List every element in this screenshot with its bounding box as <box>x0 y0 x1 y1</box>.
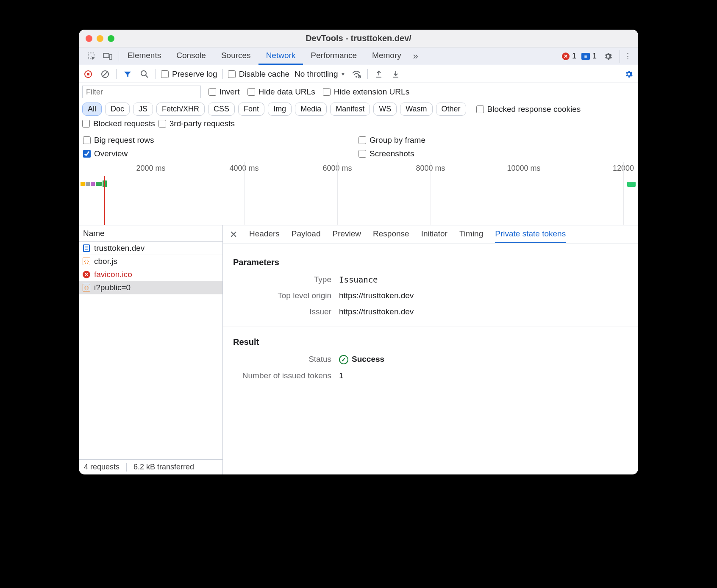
chip-fetchxhr[interactable]: Fetch/XHR <box>156 103 205 116</box>
chevron-down-icon: ▼ <box>340 71 345 77</box>
request-name: i?public=0 <box>94 283 131 292</box>
network-conditions-icon[interactable] <box>350 68 362 80</box>
request-row[interactable]: ✕favicon.ico <box>79 268 222 281</box>
chip-css[interactable]: CSS <box>208 103 235 116</box>
preserve-log-label: Preserve log <box>172 69 217 79</box>
chip-doc[interactable]: Doc <box>105 103 130 116</box>
name-column-header[interactable]: Name <box>79 225 222 242</box>
filter-input[interactable] <box>82 86 201 98</box>
tab-network[interactable]: Network <box>258 47 303 65</box>
settings-icon[interactable] <box>623 68 635 80</box>
screenshots-checkbox[interactable]: Screenshots <box>358 149 634 158</box>
svg-rect-1 <box>103 53 109 58</box>
detail-tab-headers[interactable]: Headers <box>249 226 280 243</box>
tab-sources[interactable]: Sources <box>214 47 258 65</box>
detail-tab-payload[interactable]: Payload <box>292 226 321 243</box>
detail-tab-private-state-tokens[interactable]: Private state tokens <box>495 226 566 243</box>
chip-ws[interactable]: WS <box>373 103 397 116</box>
error-icon: ✕ <box>82 270 91 279</box>
detail-tab-preview[interactable]: Preview <box>333 226 361 243</box>
chip-other[interactable]: Other <box>436 103 466 116</box>
svg-rect-2 <box>109 55 112 59</box>
message-count-badge[interactable]: ≡ 1 <box>581 52 597 61</box>
status-requests: 4 requests <box>84 463 119 472</box>
search-icon[interactable] <box>139 68 150 80</box>
blocked-requests-checkbox[interactable]: Blocked requests <box>82 119 155 128</box>
chip-manifest[interactable]: Manifest <box>330 103 370 116</box>
tab-memory[interactable]: Memory <box>364 47 409 65</box>
request-row[interactable]: { }cbor.js <box>79 255 222 268</box>
device-icon[interactable] <box>102 50 114 62</box>
group-by-frame-checkbox[interactable]: Group by frame <box>358 136 634 145</box>
close-icon[interactable] <box>86 35 92 42</box>
request-row[interactable]: trusttoken.dev <box>79 242 222 255</box>
tab-performance[interactable]: Performance <box>303 47 364 65</box>
chip-all[interactable]: All <box>82 103 102 116</box>
disable-cache-label: Disable cache <box>239 69 289 79</box>
issuer-value: https://trusttoken.dev <box>339 307 414 316</box>
chip-font[interactable]: Font <box>238 103 264 116</box>
type-label: Type <box>233 275 339 284</box>
type-filter-chips: AllDocJSFetch/XHRCSSFontImgMediaManifest… <box>79 101 638 119</box>
svg-line-6 <box>103 72 108 77</box>
filter-bar: Invert Hide data URLs Hide extension URL… <box>79 83 638 101</box>
inspect-icon[interactable] <box>86 50 97 62</box>
detail-tabs: ✕ HeadersPayloadPreviewResponseInitiator… <box>223 225 638 244</box>
upload-icon[interactable] <box>373 68 385 80</box>
tab-console[interactable]: Console <box>169 47 214 65</box>
success-icon <box>339 355 348 364</box>
disable-cache-checkbox[interactable]: Disable cache <box>228 69 289 79</box>
overview-timeline[interactable]: 2000 ms4000 ms6000 ms8000 ms10000 ms1200… <box>79 162 638 225</box>
status-label: Status <box>233 355 339 364</box>
filter-icon[interactable] <box>122 68 133 80</box>
blocked-cookies-checkbox[interactable]: Blocked response cookies <box>476 105 581 114</box>
traffic-lights <box>86 35 114 42</box>
origin-value: https://trusttoken.dev <box>339 291 414 300</box>
minimize-icon[interactable] <box>97 35 103 42</box>
tab-elements[interactable]: Elements <box>120 47 169 65</box>
download-icon[interactable] <box>390 68 402 80</box>
result-heading: Result <box>233 337 628 347</box>
titlebar: DevTools - trusttoken.dev/ <box>79 30 638 47</box>
chip-media[interactable]: Media <box>295 103 327 116</box>
error-count: 1 <box>572 52 576 61</box>
overview-checkbox[interactable]: Overview <box>83 149 358 158</box>
invert-checkbox[interactable]: Invert <box>208 87 240 97</box>
record-icon[interactable] <box>82 68 94 80</box>
detail-tab-initiator[interactable]: Initiator <box>421 226 447 243</box>
error-count-badge[interactable]: ✕ 1 <box>562 52 576 61</box>
type-value: Issuance <box>339 275 378 284</box>
request-row[interactable]: { }i?public=0 <box>79 281 222 294</box>
detail-tab-timing[interactable]: Timing <box>459 226 483 243</box>
clear-icon[interactable] <box>99 68 111 80</box>
timeline-marker <box>627 182 636 187</box>
main-tabbar: ElementsConsoleSourcesNetworkPerformance… <box>79 47 638 65</box>
hide-data-urls-checkbox[interactable]: Hide data URLs <box>247 87 315 97</box>
third-party-checkbox[interactable]: 3rd-party requests <box>158 119 235 128</box>
tokens-value: 1 <box>339 371 344 380</box>
more-tabs-icon[interactable]: » <box>410 50 422 62</box>
status-bar: 4 requests 6.2 kB transferred <box>79 459 222 474</box>
chip-js[interactable]: JS <box>133 103 153 116</box>
close-detail-icon[interactable]: ✕ <box>227 229 240 240</box>
hide-extension-urls-checkbox[interactable]: Hide extension URLs <box>323 87 409 97</box>
issuer-label: Issuer <box>233 307 339 316</box>
throttling-select[interactable]: No throttling ▼ <box>295 69 345 79</box>
parameters-heading: Parameters <box>233 258 628 267</box>
big-rows-checkbox[interactable]: Big request rows <box>83 136 358 145</box>
devtools-window: DevTools - trusttoken.dev/ ElementsConso… <box>79 30 638 474</box>
chip-img[interactable]: Img <box>268 103 292 116</box>
preserve-log-checkbox[interactable]: Preserve log <box>161 69 217 79</box>
kebab-icon[interactable]: ⋮ <box>620 50 632 63</box>
window-title: DevTools - trusttoken.dev/ <box>79 33 638 43</box>
chip-wasm[interactable]: Wasm <box>400 103 432 116</box>
message-count: 1 <box>592 52 597 61</box>
detail-tab-response[interactable]: Response <box>373 226 409 243</box>
origin-label: Top level origin <box>233 291 339 300</box>
tokens-label: Number of issued tokens <box>233 371 339 380</box>
maximize-icon[interactable] <box>108 35 114 42</box>
playhead <box>104 176 105 225</box>
script-icon: { } <box>82 257 91 266</box>
request-name: cbor.js <box>94 257 117 266</box>
gear-icon[interactable] <box>602 50 614 63</box>
